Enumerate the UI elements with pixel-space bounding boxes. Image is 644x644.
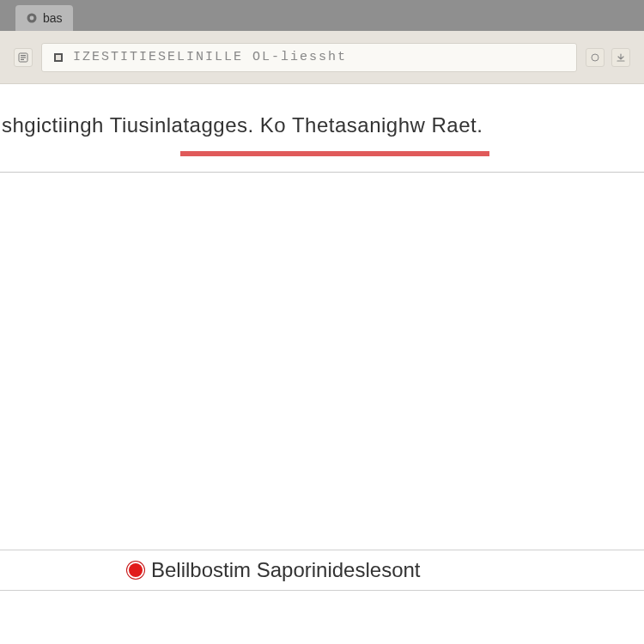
browser-tab[interactable]: bas — [15, 5, 73, 31]
svg-rect-7 — [56, 55, 61, 60]
status-bar: Belilbostim Saporinideslesont — [0, 550, 644, 591]
record-dot-icon — [129, 563, 143, 577]
address-bar-text: IZESTITIESELINILLE OL-liessht — [73, 50, 568, 64]
svg-rect-4 — [21, 57, 26, 58]
address-bar[interactable]: IZESTITIESELINILLE OL-liessht — [41, 43, 577, 72]
download-icon[interactable] — [611, 48, 630, 67]
svg-rect-3 — [21, 55, 26, 56]
page-viewport: shgictiingh Tiusinlatagges. Ko Thetasani… — [0, 84, 644, 644]
site-lock-icon — [51, 50, 66, 65]
svg-rect-5 — [21, 58, 24, 59]
toolbar-actions — [586, 48, 630, 67]
tab-favicon-icon — [26, 12, 38, 24]
page-heading: shgictiingh Tiusinlatagges. Ko Thetasani… — [0, 113, 644, 137]
svg-point-8 — [592, 54, 598, 61]
tab-title: bas — [43, 11, 63, 25]
heading-underline — [180, 151, 489, 156]
browser-tab-strip: bas — [0, 0, 644, 31]
svg-point-1 — [30, 16, 34, 21]
page-heading-section: shgictiingh Tiusinlatagges. Ko Thetasani… — [0, 84, 644, 173]
browser-toolbar: IZESTITIESELINILLE OL-liessht — [0, 31, 644, 84]
bookmark-icon[interactable] — [586, 48, 605, 67]
page-info-icon[interactable] — [14, 48, 33, 67]
status-label: Belilbostim Saporinideslesont — [151, 558, 421, 582]
